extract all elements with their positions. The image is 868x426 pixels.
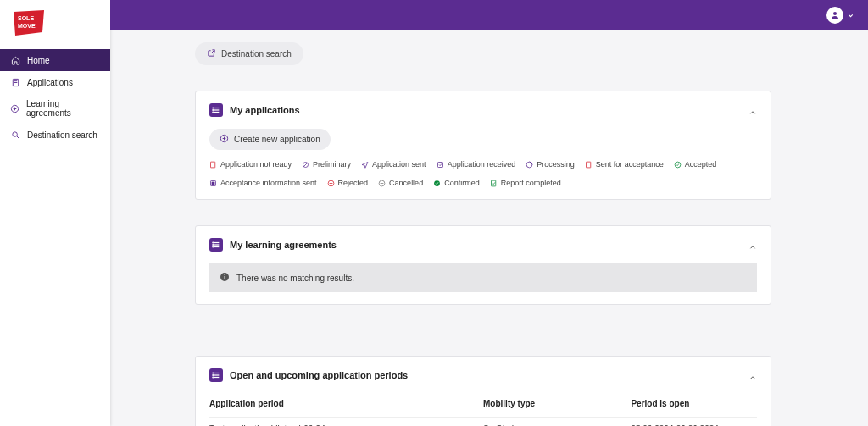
nav-applications[interactable]: Applications [0, 71, 110, 93]
svg-rect-29 [212, 182, 214, 185]
svg-point-50 [213, 377, 214, 378]
legend-item: Application not ready [209, 160, 292, 169]
legend-item: Rejected [327, 179, 369, 187]
plus-circle-icon [220, 134, 229, 145]
svg-point-16 [213, 110, 214, 111]
nav-destination-search[interactable]: Destination search [0, 124, 110, 146]
create-application-label: Create new application [234, 135, 320, 144]
svg-rect-26 [586, 162, 590, 168]
legend-item: Report completed [490, 179, 561, 187]
nav-home[interactable]: Home [0, 49, 110, 71]
legend-item: Sent for acceptance [585, 160, 664, 169]
topbar [110, 0, 868, 30]
svg-rect-43 [225, 276, 225, 279]
svg-point-27 [675, 162, 681, 168]
svg-point-48 [213, 373, 214, 373]
learning-agreements-header[interactable]: My learning agreements [209, 238, 757, 252]
user-menu[interactable] [826, 7, 854, 24]
svg-rect-21 [211, 162, 215, 168]
svg-point-49 [213, 375, 214, 376]
svg-rect-35 [491, 180, 495, 186]
svg-line-10 [16, 136, 19, 138]
my-applications-header[interactable]: My applications [209, 103, 757, 117]
col-period-open: Period is open [631, 392, 757, 418]
chevron-up-icon [748, 105, 757, 120]
legend-item: Application sent [361, 160, 426, 169]
nav-learning-agreements[interactable]: Learning agreements [0, 93, 110, 124]
search-icon [10, 130, 20, 140]
svg-point-40 [213, 245, 214, 246]
svg-point-39 [213, 242, 214, 243]
destination-search-label: Destination search [221, 49, 292, 58]
my-applications-title: My applications [230, 105, 300, 115]
chevron-up-icon [748, 240, 757, 255]
list-icon [209, 238, 223, 252]
svg-text:SOLE: SOLE [18, 15, 34, 21]
legend-item: Cancelled [378, 179, 423, 187]
svg-point-44 [224, 274, 225, 275]
application-periods-title: Open and upcoming application periods [230, 370, 408, 380]
my-applications-card: My applications Create new application A… [195, 91, 771, 200]
svg-point-9 [12, 131, 17, 136]
home-icon [10, 55, 20, 65]
chevron-up-icon [748, 370, 757, 385]
svg-point-17 [213, 112, 214, 113]
svg-rect-24 [437, 162, 442, 167]
info-icon [220, 272, 230, 284]
svg-point-15 [213, 108, 214, 108]
plus-circle-icon [10, 103, 19, 113]
external-link-icon [207, 48, 216, 59]
periods-table: Application period Mobility type Period … [209, 392, 757, 426]
svg-point-34 [434, 180, 440, 186]
svg-line-23 [303, 163, 308, 167]
learning-agreements-card: My learning agreements There was no matc… [195, 225, 771, 305]
svg-point-41 [213, 246, 214, 247]
svg-text:MOVE: MOVE [18, 23, 36, 29]
sidebar: SOLEMOVE Home Applications Learning agre… [0, 0, 110, 426]
nav-applications-label: Applications [27, 78, 73, 87]
create-application-button[interactable]: Create new application [209, 129, 331, 150]
application-periods-card: Open and upcoming application periods Ap… [195, 356, 771, 426]
legend-item: Application received [437, 160, 516, 169]
legend-item: Processing [526, 160, 575, 169]
main-content: Destination search My applications Creat… [110, 30, 868, 426]
list-icon [209, 103, 223, 117]
nav-home-label: Home [27, 56, 50, 65]
user-icon [826, 7, 843, 24]
empty-message-text: There was no matching results. [236, 274, 354, 283]
table-row[interactable]: Test-application-bilateral-06-24 S - Stu… [209, 418, 757, 427]
col-application-period: Application period [209, 392, 483, 418]
document-icon [10, 77, 20, 87]
nav-learning-agreements-label: Learning agreements [26, 99, 100, 118]
destination-search-button[interactable]: Destination search [195, 42, 303, 65]
svg-point-11 [833, 12, 837, 15]
legend-item: Acceptance information sent [209, 179, 317, 187]
legend-item: Preliminary [302, 160, 351, 169]
application-periods-header[interactable]: Open and upcoming application periods [209, 368, 757, 382]
nav-destination-search-label: Destination search [27, 130, 97, 140]
logo: SOLEMOVE [12, 10, 46, 37]
empty-message-bar: There was no matching results. [209, 263, 757, 292]
learning-agreements-title: My learning agreements [230, 240, 337, 250]
status-legend: Application not ready Preliminary Applic… [209, 160, 757, 187]
col-mobility-type: Mobility type [483, 392, 631, 418]
legend-item: Confirmed [433, 179, 480, 187]
chevron-down-icon [847, 8, 854, 23]
legend-item: Accepted [674, 160, 717, 169]
list-icon [209, 368, 223, 382]
